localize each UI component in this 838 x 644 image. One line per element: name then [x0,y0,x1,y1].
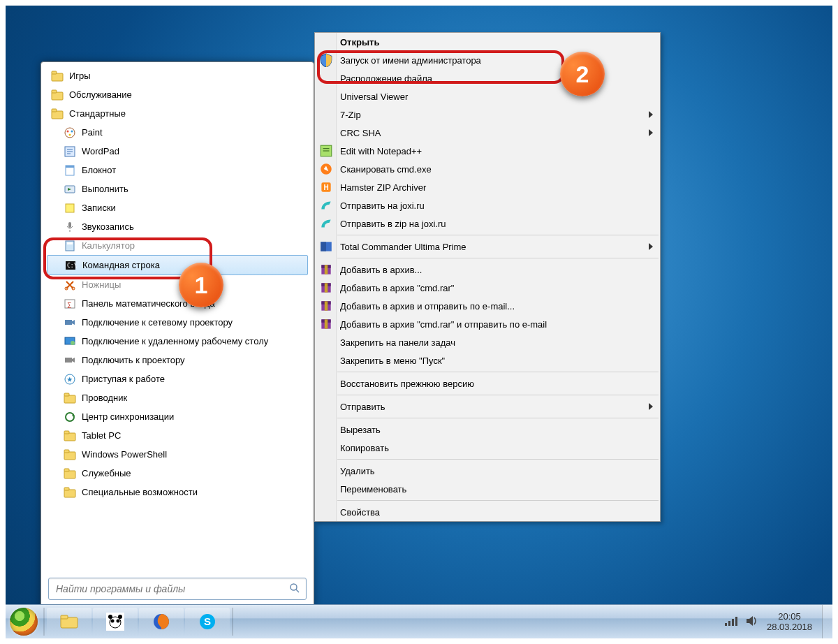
svg-rect-67 [325,301,328,310]
ctx-item[interactable]: Сканировать cmd.exe [315,160,660,178]
start-button[interactable] [6,605,42,638]
folder-icon [64,486,76,499]
taskbar-skype[interactable]: S [185,608,230,636]
svg-rect-5 [52,109,57,112]
explorer-icon [64,392,76,404]
program-label: Подключение к сетевому проектору [82,317,233,328]
program-item[interactable]: Tablet PC [45,426,309,445]
ctx-item[interactable]: CRC SHA [315,124,660,142]
clock[interactable]: 20:05 28.03.2018 [767,611,812,632]
ctx-item[interactable]: Переименовать [315,480,660,498]
program-item[interactable]: Приступая к работе [45,369,309,388]
wordpad-icon [64,145,76,158]
volume-icon[interactable] [746,615,758,629]
ctx-item[interactable]: 7-Zip [315,105,660,124]
taskbar-firefox[interactable] [139,608,184,636]
program-item[interactable]: Центр синхронизации [45,407,309,426]
svg-rect-18 [66,204,74,212]
svg-point-75 [111,620,115,623]
snip-icon [64,279,76,291]
taskbar-app-panda[interactable] [93,608,138,636]
system-tray: 20:05 28.03.2018 [725,611,822,632]
program-item[interactable]: Специальные возможности [45,483,309,502]
notepad-icon [64,164,76,177]
program-item[interactable]: Выполнить [45,180,309,198]
search-input[interactable] [54,583,289,595]
program-item[interactable]: Игры [45,66,309,85]
program-label: Панель математического ввода [82,298,215,309]
ctx-item[interactable]: Добавить в архив... [315,261,660,279]
svg-marker-86 [747,616,753,626]
ctx-item[interactable]: Добавить в архив "cmd.rar" [315,279,660,297]
program-item[interactable]: WordPad [45,142,309,161]
program-item[interactable]: Подключение к сетевому проектору [45,313,309,332]
program-item[interactable]: Записки [45,198,309,217]
program-item[interactable]: Paint [45,123,309,142]
svg-rect-43 [64,452,75,460]
math-icon: ∑ [64,298,76,310]
search-box[interactable] [48,578,307,600]
ctx-item[interactable]: Вырезать [315,420,660,439]
program-item[interactable]: Калькулятор [45,236,309,255]
svg-rect-1 [52,71,57,74]
ctx-item[interactable]: Удалить [315,462,660,480]
ctx-item[interactable]: Добавить в архив и отправить по e-mail..… [315,297,660,315]
svg-rect-0 [52,73,63,81]
ctx-item[interactable]: Отправить в zip на joxi.ru [315,214,660,233]
ctx-item-label: Universal Viewer [340,92,408,102]
svg-rect-15 [66,166,74,168]
svg-point-8 [71,130,73,132]
program-item[interactable]: Проводник [45,388,309,407]
program-item[interactable]: Стандартные [45,104,309,123]
ctx-separator [337,459,659,460]
show-desktop-button[interactable] [822,605,832,638]
svg-rect-82 [725,623,727,626]
ctx-item[interactable]: Восстановить прежнюю версию [315,374,660,393]
program-item[interactable]: Блокнот [45,161,309,180]
ctx-item[interactable]: Копировать [315,439,660,457]
program-label: Игры [69,71,91,81]
ctx-item[interactable]: Открыть [315,33,660,51]
gs-icon [64,373,76,386]
mic-icon [64,221,76,233]
ctx-item[interactable]: Total Commander Ultima Prime [315,237,660,256]
svg-rect-44 [64,450,69,453]
ctx-item[interactable]: Universal Viewer [315,87,660,105]
ctx-item[interactable]: Закрепить в меню "Пуск" [315,351,660,369]
svg-rect-42 [64,431,69,434]
ctx-item-label: Отправить в zip на joxi.ru [340,219,446,229]
svg-rect-38 [64,393,69,396]
program-item[interactable]: Звукозапись [45,217,309,236]
ctx-item[interactable]: HHamster ZIP Archiver [315,178,660,196]
network-icon[interactable] [725,616,737,628]
ctx-item[interactable]: Закрепить на панели задач [315,333,660,351]
program-item[interactable]: Обслуживание [45,85,309,104]
program-item[interactable]: ∑Панель математического ввода [45,294,309,313]
ctx-run-as-admin[interactable]: Запуск от имени администратора [315,51,660,69]
ctx-item[interactable]: Свойства [315,503,660,521]
ctx-item[interactable]: Отправить на joxi.ru [315,196,660,214]
program-item[interactable]: Windows PowerShell [45,445,309,464]
svg-rect-48 [64,488,69,490]
ctx-separator [337,235,659,235]
svg-rect-19 [68,222,71,228]
svg-rect-33 [65,358,72,363]
ctx-item-label: Сканировать cmd.exe [340,164,432,175]
svg-rect-47 [64,490,75,497]
ctx-item[interactable]: Добавить в архив "cmd.rar" и отправить п… [315,315,660,333]
ctx-item-label: 7-Zip [340,110,361,120]
program-item-command-prompt[interactable]: C:\_Командная строка [47,255,308,275]
ctx-item[interactable]: Отправить [315,397,660,416]
svg-rect-46 [64,469,69,471]
program-item[interactable]: Ножницы [45,275,309,294]
taskbar-explorer[interactable] [47,608,91,636]
program-item[interactable]: Подключение к удаленному рабочему столу [45,332,309,351]
ctx-item-label: Запуск от имени администратора [340,55,481,66]
ctx-item[interactable]: Расположение файла [315,69,660,87]
program-item[interactable]: Подключить к проектору [45,351,309,369]
folder-icon [51,89,64,101]
program-item[interactable]: Служебные [45,464,309,483]
rar-icon [319,317,333,331]
ctx-item[interactable]: Edit with Notepad++ [315,142,660,160]
paint-icon [64,126,76,139]
